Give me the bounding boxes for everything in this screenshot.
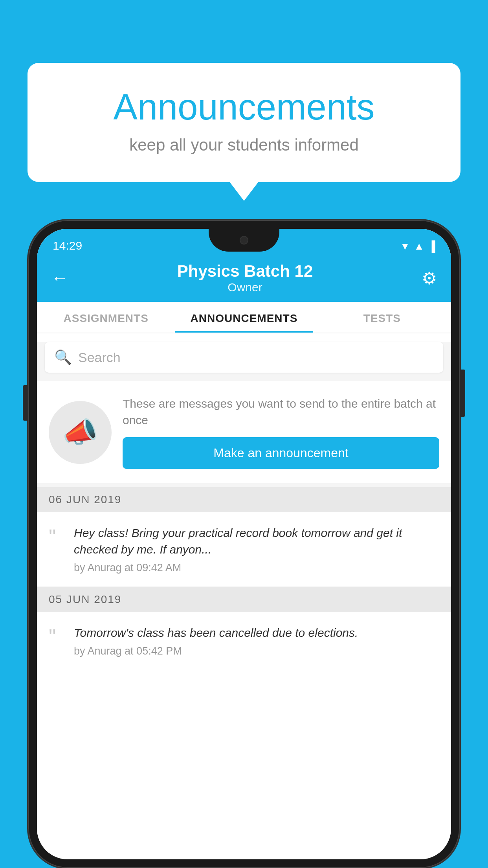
promo-icon-circle: 📣 (49, 401, 112, 464)
promo-right: These are messages you want to send to t… (123, 395, 439, 469)
phone-outer: 14:29 ▼ ▲ ▐ ← Physics Batch 12 Owner ⚙ (28, 220, 460, 868)
phone-content: 🔍 Search 📣 These are messages you want t… (37, 342, 451, 670)
announcement-text-1: Hey class! Bring your practical record b… (74, 525, 439, 558)
back-button[interactable]: ← (51, 268, 68, 288)
tab-announcements[interactable]: ANNOUNCEMENTS (175, 302, 313, 333)
announcement-meta-2: by Anurag at 05:42 PM (74, 645, 439, 657)
speech-bubble-container: Announcements keep all your students inf… (28, 63, 460, 182)
bubble-subtitle: keep all your students informed (59, 136, 429, 154)
app-header: ← Physics Batch 12 Owner ⚙ (37, 256, 451, 302)
search-bar[interactable]: 🔍 Search (45, 342, 443, 373)
header-center: Physics Batch 12 Owner (177, 262, 313, 294)
promo-description: These are messages you want to send to t… (123, 395, 439, 428)
header-title: Physics Batch 12 (177, 262, 313, 281)
phone-inner: 14:29 ▼ ▲ ▐ ← Physics Batch 12 Owner ⚙ (37, 229, 451, 859)
search-placeholder: Search (78, 350, 121, 365)
tab-tests[interactable]: TESTS (313, 302, 451, 333)
phone-notch (209, 229, 279, 252)
wifi-icon: ▼ (400, 240, 410, 252)
megaphone-icon: 📣 (62, 416, 98, 449)
announcement-item-1[interactable]: " Hey class! Bring your practical record… (37, 512, 451, 587)
search-icon: 🔍 (54, 349, 72, 366)
announcement-item-2[interactable]: " Tomorrow's class has been cancelled du… (37, 612, 451, 670)
phone-mockup: 14:29 ▼ ▲ ▐ ← Physics Batch 12 Owner ⚙ (28, 220, 460, 868)
promo-card: 📣 These are messages you want to send to… (37, 381, 451, 483)
announcement-content-1: Hey class! Bring your practical record b… (74, 525, 439, 574)
settings-icon[interactable]: ⚙ (422, 268, 437, 288)
tabs-bar: ASSIGNMENTS ANNOUNCEMENTS TESTS (37, 302, 451, 333)
header-subtitle: Owner (177, 281, 313, 294)
quote-icon-2: " (49, 626, 64, 657)
status-time: 14:29 (53, 239, 82, 252)
date-separator-2: 05 JUN 2019 (37, 587, 451, 612)
tab-assignments[interactable]: ASSIGNMENTS (37, 302, 175, 333)
announcement-meta-1: by Anurag at 09:42 AM (74, 562, 439, 574)
status-icons: ▼ ▲ ▐ (400, 240, 435, 252)
announcement-content-2: Tomorrow's class has been cancelled due … (74, 625, 439, 657)
announcement-text-2: Tomorrow's class has been cancelled due … (74, 625, 439, 641)
bubble-title: Announcements (59, 86, 429, 128)
quote-icon-1: " (49, 526, 64, 574)
make-announcement-button[interactable]: Make an announcement (123, 437, 439, 469)
signal-icon: ▲ (414, 240, 424, 252)
speech-bubble: Announcements keep all your students inf… (28, 63, 460, 182)
battery-icon: ▐ (428, 240, 435, 252)
date-separator-1: 06 JUN 2019 (37, 487, 451, 512)
camera-icon (240, 236, 248, 245)
